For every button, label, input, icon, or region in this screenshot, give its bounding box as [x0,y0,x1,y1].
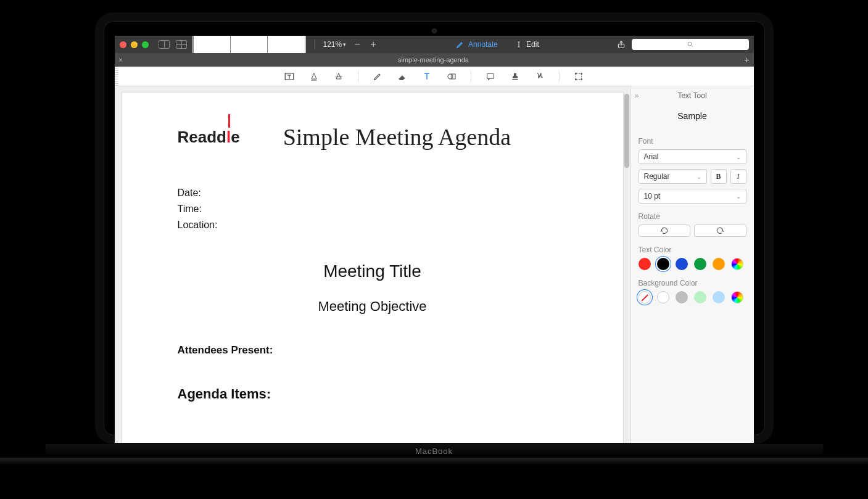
thumbnails-view-button[interactable] [176,40,187,49]
underline-tool[interactable] [308,71,320,82]
chevron-down-icon: ⌄ [736,154,741,160]
font-section-label: Font [639,137,746,146]
annotation-toolbar [115,67,754,86]
tab-close-button[interactable]: × [115,56,127,64]
window-close-button[interactable] [120,41,126,48]
edit-label: Edit [526,40,539,49]
readdle-logo: Readdle [178,128,240,147]
zoom-out-button[interactable]: − [352,39,362,49]
zoom-in-button[interactable]: + [368,39,378,49]
text-color-swatch[interactable] [694,258,706,270]
font-style-select[interactable]: Regular ⌄ [639,169,707,184]
laptop-base [0,458,868,465]
text-color-label: Text Color [639,245,746,254]
zoom-value: 121% [323,40,342,49]
page-thumbnail-handle[interactable] [115,67,118,86]
vertical-scrollbar[interactable] [624,94,629,168]
toolbar-separator [358,71,358,82]
inspector-collapse-button[interactable]: » [635,91,639,100]
strikethrough-tool[interactable] [333,71,344,82]
eraser-tool[interactable] [397,71,408,82]
chevron-down-icon: ⌄ [696,173,701,180]
stamp-tool[interactable] [510,71,521,82]
svg-point-9 [581,73,582,74]
color-picker-button[interactable] [731,258,743,270]
search-input[interactable] [632,39,749,50]
chevron-down-icon: ▾ [343,41,346,47]
rotate-cw-icon [716,226,724,235]
font-size-value: 10 pt [644,192,661,200]
shape-tool[interactable] [446,71,457,82]
meeting-title-heading: Meeting Title [178,262,568,281]
laptop-camera [432,28,437,33]
text-color-swatch[interactable] [657,258,669,270]
window-toolbar: 121% ▾ − + Annotate Edit [115,36,754,53]
svg-point-1 [688,42,692,46]
zoom-dropdown[interactable]: 121% ▾ [323,40,347,49]
search-icon [687,41,694,48]
svg-point-11 [581,78,582,80]
text-color-swatches [639,258,746,270]
select-tool[interactable] [573,71,584,82]
color-picker-button[interactable] [731,291,743,303]
chevron-down-icon: ⌄ [736,193,741,200]
attendees-label: Attendees Present: [178,344,568,357]
svg-point-3 [448,74,453,79]
toolbar-separator [314,39,315,49]
date-field-label: Date: [178,188,568,199]
bg-color-swatch[interactable] [657,291,669,303]
text-box-tool[interactable] [284,71,295,82]
share-icon [617,40,626,49]
rotate-section-label: Rotate [639,212,746,221]
annotate-mode-button[interactable]: Annotate [456,40,498,49]
svg-rect-7 [576,73,581,79]
inspector-panel: » Text Tool Sample Font Arial ⌄ Regular … [630,86,754,443]
font-family-select[interactable]: Arial ⌄ [639,149,746,164]
new-tab-button[interactable]: + [740,55,754,65]
inspector-title: Text Tool [639,91,746,100]
text-color-swatch[interactable] [639,258,651,270]
time-field-label: Time: [178,204,568,215]
sidebar-toggle-button[interactable] [159,40,170,49]
svg-rect-5 [487,73,494,78]
document-canvas[interactable]: Readdle Simple Meeting Agenda Date: Time… [115,86,630,443]
app-window: 121% ▾ − + Annotate Edit [115,36,754,443]
bg-color-swatch[interactable] [694,291,706,303]
laptop-hinge: MacBook [46,444,823,458]
rotate-cw-button[interactable] [694,225,746,237]
bg-color-swatch[interactable] [676,291,688,303]
text-color-swatch[interactable] [713,258,725,270]
bg-color-swatch[interactable] [713,291,725,303]
signature-tool[interactable] [534,71,545,82]
text-cursor-icon [515,40,523,49]
share-button[interactable] [617,40,626,49]
tab-bar: × simple-meeting-agenda + [115,53,754,67]
text-tool[interactable] [421,71,432,82]
toolbar-separator [471,71,471,82]
pen-tool[interactable] [372,71,383,82]
document-title: Simple Meeting Agenda [283,123,511,151]
location-field-label: Location: [178,220,568,231]
bg-color-label: Background Color [639,279,746,287]
bg-color-swatch[interactable] [639,291,651,303]
window-minimize-button[interactable] [131,41,138,48]
note-tool[interactable] [485,71,496,82]
tab-title[interactable]: simple-meeting-agenda [127,56,740,64]
font-style-value: Regular [644,172,670,181]
window-traffic-lights [120,41,149,48]
font-size-select[interactable]: 10 pt ⌄ [639,189,746,204]
meeting-objective-heading: Meeting Objective [178,299,568,315]
document-page: Readdle Simple Meeting Agenda Date: Time… [122,93,623,443]
pen-icon [456,40,465,49]
window-zoom-button[interactable] [142,41,149,48]
rotate-ccw-icon [660,226,669,235]
inspector-sample-text: Sample [639,111,746,121]
toolbar-separator [559,71,560,82]
rotate-ccw-button[interactable] [639,225,691,237]
text-color-swatch[interactable] [676,258,688,270]
edit-mode-button[interactable]: Edit [515,40,539,49]
agenda-items-label: Agenda Items: [178,386,568,402]
italic-button[interactable]: I [730,169,746,184]
bold-button[interactable]: B [711,169,727,184]
annotate-label: Annotate [468,40,498,49]
